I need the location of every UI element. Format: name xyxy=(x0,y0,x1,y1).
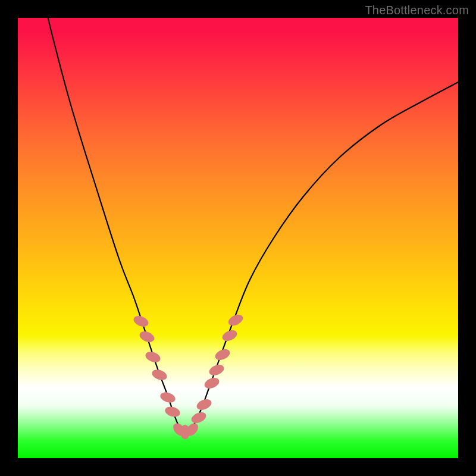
data-markers xyxy=(132,312,245,439)
data-marker xyxy=(144,350,162,364)
data-marker xyxy=(138,330,156,345)
data-marker xyxy=(203,376,221,391)
bottleneck-curve xyxy=(45,18,458,432)
data-marker xyxy=(164,405,181,419)
watermark-text: TheBottleneck.com xyxy=(365,4,469,17)
data-marker xyxy=(208,363,226,378)
data-marker xyxy=(159,390,177,404)
data-marker xyxy=(195,397,213,412)
data-marker xyxy=(190,410,208,425)
chart-svg xyxy=(18,18,458,458)
data-marker xyxy=(132,314,150,329)
chart-frame: TheBottleneck.com xyxy=(0,0,476,476)
plot-area xyxy=(18,18,458,458)
data-marker xyxy=(151,368,168,382)
